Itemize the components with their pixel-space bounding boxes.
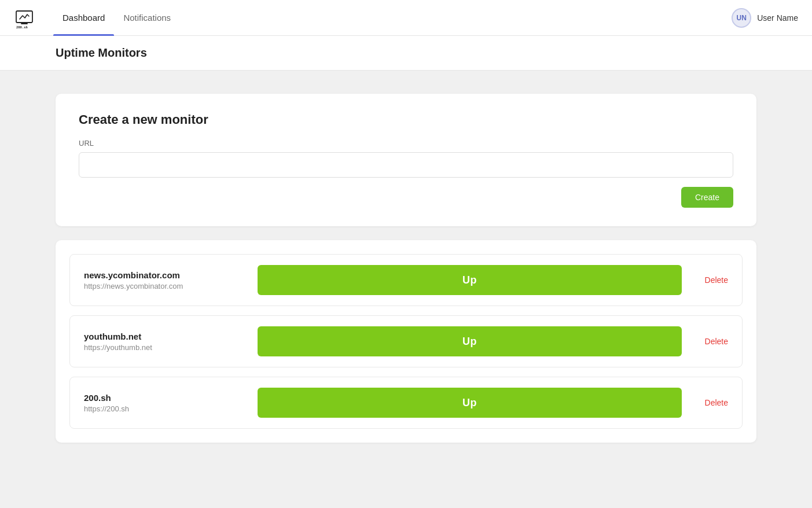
create-monitor-card: Create a new monitor URL Create (56, 94, 756, 226)
nav-links: Dashboard Notifications (53, 0, 180, 35)
create-button[interactable]: Create (681, 187, 733, 208)
monitor-status-0: Up (258, 265, 682, 295)
monitor-info-1: youthumb.net https://youthumb.net (84, 332, 246, 352)
page-header: Uptime Monitors (0, 36, 812, 71)
monitor-name-0: news.ycombinator.com (84, 270, 246, 280)
user-name-label: User Name (757, 13, 798, 23)
table-row: news.ycombinator.com https://news.ycombi… (69, 254, 743, 306)
url-input[interactable] (79, 152, 733, 178)
monitor-delete-2[interactable]: Delete (693, 398, 728, 407)
table-row: youthumb.net https://youthumb.net Up Del… (69, 315, 743, 367)
monitor-status-1: Up (258, 326, 682, 356)
logo-icon: 200.sh (14, 8, 35, 28)
svg-text:200.sh: 200.sh (16, 25, 28, 28)
monitor-info-2: 200.sh https://200.sh (84, 393, 246, 413)
nav-right: UN User Name (732, 8, 798, 28)
monitor-name-2: 200.sh (84, 393, 246, 403)
user-avatar: UN (732, 8, 751, 28)
monitor-url-1: https://youthumb.net (84, 343, 246, 352)
main-content: Create a new monitor URL Create news.yco… (0, 71, 812, 503)
nav-dashboard[interactable]: Dashboard (53, 0, 114, 36)
monitor-delete-1[interactable]: Delete (693, 337, 728, 346)
monitor-info-0: news.ycombinator.com https://news.ycombi… (84, 270, 246, 290)
monitor-delete-0[interactable]: Delete (693, 275, 728, 285)
create-card-title: Create a new monitor (79, 112, 733, 127)
create-btn-row: Create (79, 187, 733, 208)
table-row: 200.sh https://200.sh Up Delete (69, 377, 743, 429)
monitors-list-card: news.ycombinator.com https://news.ycombi… (56, 240, 756, 443)
monitor-url-2: https://200.sh (84, 404, 246, 413)
logo[interactable]: 200.sh (14, 8, 35, 28)
monitor-status-2: Up (258, 388, 682, 418)
page-title: Uptime Monitors (56, 46, 756, 60)
monitor-name-1: youthumb.net (84, 332, 246, 341)
navbar: 200.sh Dashboard Notifications UN User N… (0, 0, 812, 36)
nav-notifications[interactable]: Notifications (114, 0, 180, 36)
monitor-url-0: https://news.ycombinator.com (84, 282, 246, 290)
url-label: URL (79, 139, 733, 148)
